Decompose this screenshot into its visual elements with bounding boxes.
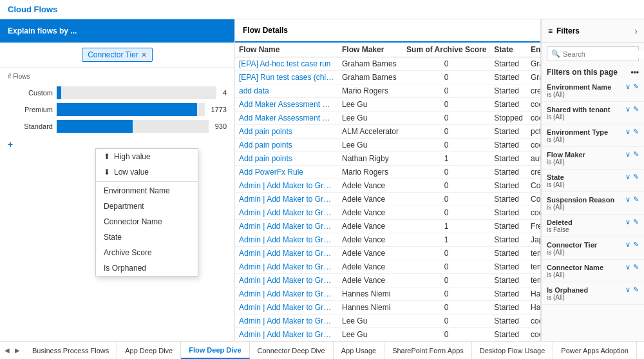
connector-tier-chip[interactable]: Connector Tier ✕ [82,48,153,62]
filter-item-suspension-reason[interactable]: Suspension Reason ∨ ✎ is (All) [542,192,644,215]
table-row[interactable]: Admin | Add Maker to Group Hannes Niemi … [235,301,540,315]
col-flow-name[interactable]: Flow Name [235,43,338,57]
filter-edit-icon[interactable]: ✎ [633,82,639,91]
filter-chevron-icon[interactable]: ∨ [625,128,630,136]
cell-flow-name[interactable]: Add pain points [235,139,338,152]
tab-desktop-flow-usage[interactable]: Desktop Flow Usage [472,342,554,359]
table-row[interactable]: Admin | Add Maker to Group Lee Gu 0 Star… [235,315,540,328]
table-row[interactable]: Add PowerFx Rule Mario Rogers 0 Started … [235,166,540,179]
filter-edit-icon[interactable]: ✎ [633,286,639,294]
filter-chevron-icon[interactable]: ∨ [625,173,630,181]
filter-item-deleted[interactable]: Deleted ∨ ✎ is False [542,215,644,237]
filter-chevron-icon[interactable]: ∨ [625,82,630,91]
filter-item-environment-type[interactable]: Environment Type ∨ ✎ is (All) [542,124,644,147]
tab-connector-deep-dive[interactable]: Connector Deep Dive [250,342,334,359]
tab-power-apps-adoption[interactable]: Power Apps Adoption [553,342,637,359]
table-row[interactable]: Admin | Add Maker to Group Adele Vance 0… [235,274,540,287]
table-row[interactable]: Admin | Add Maker to Group Adele Vance 0… [235,260,540,274]
cell-flow-name[interactable]: Admin | Add Maker to Group [235,315,338,328]
cell-flow-name[interactable]: Admin | Add Maker to Group [235,179,338,193]
table-row[interactable]: Admin | Add Maker to Group Adele Vance 0… [235,247,540,260]
cell-flow-name[interactable]: Admin | Add Maker to Group [235,274,338,287]
table-row[interactable]: Add Maker Assessment Starter Data Lee Gu… [235,98,540,112]
filter-edit-icon[interactable]: ✎ [633,240,639,249]
filter-edit-icon[interactable]: ✎ [633,195,639,204]
cell-flow-name[interactable]: Add PowerFx Rule [235,166,338,179]
filter-chevron-icon[interactable]: ∨ [625,286,630,294]
cell-flow-name[interactable]: Admin | Add Maker to Group [235,287,338,301]
dropdown-is-orphaned[interactable]: Is Orphaned [96,260,198,276]
dropdown-archive-score[interactable]: Archive Score [96,245,198,260]
filter-item-flow-maker[interactable]: Flow Maker ∨ ✎ is (All) [542,147,644,170]
tab-business-process-flows[interactable]: Business Process Flows [24,342,117,359]
cell-flow-name[interactable]: Admin | Add Maker to Group [235,301,338,315]
tab-flow-deep-dive[interactable]: Flow Deep Dive [181,342,249,359]
table-row[interactable]: Admin | Add Maker to Group Adele Vance 1… [235,220,540,233]
cell-flow-name[interactable]: Admin | Add Maker to Group [235,233,338,247]
col-env-name[interactable]: Environment Name [527,43,540,57]
filter-edit-icon[interactable]: ✎ [633,263,639,271]
table-row[interactable]: Admin | Add Maker to Group Adele Vance 0… [235,179,540,193]
cell-flow-name[interactable]: Add Maker Assessment Starter Data [235,112,338,125]
cell-flow-name[interactable]: Admin | Add Maker to Group [235,260,338,274]
filter-chevron-icon[interactable]: ∨ [625,195,630,204]
filter-search-input[interactable] [563,50,644,58]
dropdown-department[interactable]: Department [96,199,198,214]
filter-edit-icon[interactable]: ✎ [633,218,639,226]
cell-flow-name[interactable]: Add Maker Assessment Starter Data [235,98,338,112]
filter-chevron-icon[interactable]: ∨ [625,263,630,271]
table-row[interactable]: [EPA] Ad-hoc test case run Graham Barnes… [235,57,540,71]
filter-item-environment-name[interactable]: Environment Name ∨ ✎ is (All) [542,79,644,102]
filter-chevron-icon[interactable]: ∨ [625,105,630,113]
cell-flow-name[interactable]: Admin | Add Maker to Group [235,193,338,206]
table-row[interactable]: Add pain points Nathan Rigby 1 Started a… [235,152,540,166]
table-row[interactable]: add data Mario Rogers 0 Started creator-… [235,84,540,98]
filter-expand-icon[interactable]: › [634,26,638,36]
cell-flow-name[interactable]: Add pain points [235,152,338,166]
cell-flow-name[interactable]: Admin | Add Maker to Group [235,220,338,233]
filter-chevron-icon[interactable]: ∨ [625,150,630,159]
cell-flow-name[interactable]: Admin | Add Maker to Group [235,247,338,260]
dropdown-high-value[interactable]: ⬆ High value [96,149,198,164]
filter-edit-icon[interactable]: ✎ [633,128,639,136]
table-row[interactable]: Admin | Add Maker to Group Adele Vance 1… [235,233,540,247]
filter-chevron-icon[interactable]: ∨ [625,240,630,249]
filter-item-shared-with-tenant[interactable]: Shared with tenant ∨ ✎ is (All) [542,102,644,124]
tab-sharepoint-form-apps[interactable]: SharePoint Form Apps [384,342,472,359]
filter-search-box[interactable]: 🔍 [547,46,639,61]
table-row[interactable]: [EPA] Run test cases (child) Graham Barn… [235,71,540,84]
filter-edit-icon[interactable]: ✎ [633,105,639,113]
table-container[interactable]: Flow Name Flow Maker Sum of Archive Scor… [235,43,540,341]
cell-flow-name[interactable]: Add pain points [235,125,338,139]
filters-scroll[interactable]: Environment Name ∨ ✎ is (All) Shared wit… [542,79,644,341]
dropdown-connector-name[interactable]: Connector Name [96,214,198,229]
tab-app-deep-dive[interactable]: App Deep Dive [117,342,181,359]
filter-chevron-icon[interactable]: ∨ [625,218,630,226]
dropdown-state[interactable]: State [96,229,198,245]
tab-nav-left[interactable]: ◀ [3,345,12,355]
tab-nav-right[interactable]: ▶ [13,345,22,355]
tab-power[interactable]: Power [637,342,644,359]
table-row[interactable]: Admin | Add Maker to Group Hannes Niemi … [235,287,540,301]
dropdown-environment-name[interactable]: Environment Name [96,183,198,199]
table-row[interactable]: Admin | Add Maker to Group Lee Gu 0 Star… [235,328,540,342]
chip-close-icon[interactable]: ✕ [141,51,147,59]
filters-more-icon[interactable]: ••• [630,68,639,77]
table-row[interactable]: Add pain points Lee Gu 0 Started coe-inn… [235,139,540,152]
table-row[interactable]: Add pain points ALM Accelerator 0 Starte… [235,125,540,139]
dropdown-low-value[interactable]: ⬇ Low value [96,164,198,180]
cell-flow-name[interactable]: Admin | Add Maker to Group [235,206,338,220]
tab-app-usage[interactable]: App Usage [334,342,384,359]
cell-flow-name[interactable]: [EPA] Ad-hoc test case run [235,57,338,71]
filter-edit-icon[interactable]: ✎ [633,173,639,181]
col-archive-score[interactable]: Sum of Archive Score [402,43,490,57]
table-row[interactable]: Admin | Add Maker to Group Adele Vance 0… [235,206,540,220]
table-row[interactable]: Admin | Add Maker to Group Adele Vance 0… [235,193,540,206]
table-row[interactable]: Add Maker Assessment Starter Data Lee Gu… [235,112,540,125]
col-state[interactable]: State [490,43,527,57]
filter-item-connector-name[interactable]: Connector Name ∨ ✎ is (All) [542,260,644,282]
filter-item-connector-tier[interactable]: Connector Tier ∨ ✎ is (All) [542,237,644,260]
cell-flow-name[interactable]: Admin | Add Maker to Group [235,328,338,342]
cell-flow-name[interactable]: add data [235,84,338,98]
filter-edit-icon[interactable]: ✎ [633,150,639,159]
